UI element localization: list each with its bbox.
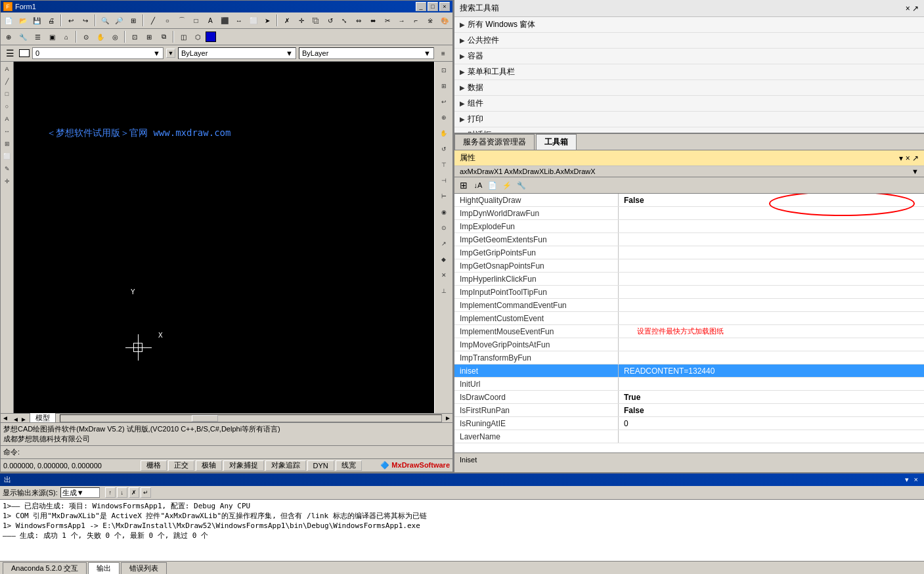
- zoom-extent-tool[interactable]: ⊞: [437, 79, 451, 93]
- tab-anaconda[interactable]: Anaconda 5.2.0 交互: [3, 562, 87, 574]
- layers-toggle-button[interactable]: ☰: [3, 47, 16, 60]
- layer-select[interactable]: 0 ▼: [32, 47, 164, 59]
- zoom-extent-button[interactable]: ⊞: [127, 14, 140, 27]
- misc1-button[interactable]: ⊡: [128, 30, 141, 43]
- dyn-button[interactable]: DYN: [307, 460, 334, 471]
- redo-button[interactable]: ↪: [79, 14, 92, 27]
- props-event-btn[interactable]: ⚡: [500, 179, 514, 192]
- cat-component-header[interactable]: ▶ 组件: [454, 96, 924, 111]
- snap-end-tool[interactable]: ↗: [437, 236, 451, 251]
- new-button[interactable]: 📄: [2, 14, 15, 27]
- modify-tool[interactable]: ✛: [1, 175, 13, 187]
- props-alpha-btn[interactable]: ↓A: [472, 179, 485, 192]
- prop-value[interactable]: [619, 259, 924, 272]
- snap-center-tool[interactable]: ⊙: [437, 221, 451, 235]
- pan-button[interactable]: ✋: [94, 30, 107, 43]
- explode-button[interactable]: ※: [424, 14, 437, 27]
- model-tab[interactable]: 模型: [30, 412, 56, 423]
- offset-button[interactable]: ⬌: [366, 14, 380, 27]
- cat-menu-header[interactable]: ▶ 菜单和工具栏: [454, 64, 924, 79]
- props-cat-btn[interactable]: ⊞: [457, 179, 470, 192]
- insert-button[interactable]: ➤: [261, 14, 275, 27]
- misc2-button[interactable]: ⊞: [143, 30, 156, 43]
- draw-line-tool[interactable]: ╱: [1, 76, 13, 87]
- properties2-button[interactable]: 🔧: [16, 30, 30, 43]
- erase-button[interactable]: ✗: [280, 14, 294, 27]
- dim-button[interactable]: ↔: [232, 14, 246, 27]
- close-button[interactable]: ×: [439, 2, 450, 11]
- cat-print-header[interactable]: ▶ 打印: [454, 112, 924, 127]
- prop-value[interactable]: [619, 220, 924, 232]
- lweight-button[interactable]: 线宽: [336, 460, 362, 471]
- scroll-right-arrow[interactable]: ►: [20, 416, 27, 423]
- snap-mid-tool[interactable]: ◆: [437, 252, 451, 267]
- fillet-button[interactable]: ⌐: [410, 14, 423, 27]
- view-top-tool[interactable]: ⊤: [437, 158, 451, 172]
- open-button[interactable]: 📂: [16, 14, 30, 27]
- view-3d-tool[interactable]: ◉: [437, 205, 451, 219]
- block-button[interactable]: ⬜: [247, 14, 260, 27]
- print-button[interactable]: 🖨: [45, 14, 58, 27]
- snap-button[interactable]: ⊕: [2, 30, 15, 43]
- color-picker-button[interactable]: 🎨: [438, 14, 451, 27]
- snap-int-tool[interactable]: ✕: [437, 268, 451, 282]
- hatch-button[interactable]: ⬛: [218, 14, 231, 27]
- polar-button[interactable]: 极轴: [196, 460, 222, 471]
- draw-circle-tool[interactable]: ○: [1, 100, 13, 112]
- view-front-tool[interactable]: ⊣: [437, 173, 451, 188]
- cat-container-header[interactable]: ▶ 容器: [454, 49, 924, 64]
- linetype-select[interactable]: ByLayer ▼: [299, 47, 434, 59]
- rect-button[interactable]: □: [190, 14, 203, 27]
- output-wrap-btn[interactable]: ↵: [141, 487, 151, 498]
- zoom-window-tool[interactable]: ⊡: [437, 63, 451, 77]
- prop-value[interactable]: [619, 273, 924, 285]
- select-tool[interactable]: A: [1, 63, 13, 75]
- prop-value[interactable]: [619, 286, 924, 298]
- draw-rect-tool[interactable]: □: [1, 88, 13, 100]
- otrack-button[interactable]: 对象追踪: [265, 460, 306, 471]
- scroll-left-arrow[interactable]: ◄: [12, 416, 19, 423]
- output-scroll-down[interactable]: ↓: [117, 487, 127, 498]
- prop-value[interactable]: False: [619, 194, 924, 206]
- tool1-button[interactable]: ⌂: [60, 30, 73, 43]
- zoom-in-button[interactable]: 🔍: [99, 14, 112, 27]
- restore-button[interactable]: □: [428, 2, 438, 11]
- osnap-button[interactable]: 对象捕捉: [223, 460, 264, 471]
- layer-btn[interactable]: ▼: [166, 49, 175, 58]
- h-scroll-track[interactable]: [60, 414, 442, 422]
- output-clear-btn[interactable]: ✗: [129, 487, 139, 498]
- layers-button[interactable]: ☰: [31, 30, 44, 43]
- copy-button[interactable]: ⿻: [309, 14, 322, 27]
- prop-value[interactable]: [619, 207, 924, 219]
- hatch-tool[interactable]: ⬜: [1, 150, 13, 162]
- rotate-button[interactable]: ↺: [324, 14, 337, 27]
- prop-value[interactable]: 设置控件最快方式加载图纸: [619, 325, 924, 338]
- prop-value[interactable]: [619, 351, 924, 364]
- prop-value[interactable]: [619, 233, 924, 246]
- cat-all-windows-header[interactable]: ▶ 所有 Windows 窗体: [454, 17, 924, 32]
- circle-button[interactable]: ○: [161, 14, 174, 27]
- tab-toolbox[interactable]: 工具箱: [536, 134, 577, 150]
- table-tool[interactable]: ⊞: [1, 138, 13, 150]
- minimize-button[interactable]: _: [416, 2, 426, 11]
- output-pin-btn[interactable]: ▾: [903, 475, 911, 484]
- arc-button[interactable]: ⌒: [175, 14, 188, 27]
- view-right-tool[interactable]: ⊢: [437, 189, 451, 204]
- props-search-btn[interactable]: 🔧: [515, 179, 528, 192]
- prop-value[interactable]: False: [619, 404, 924, 416]
- undo-button[interactable]: ↩: [64, 14, 77, 27]
- 3d-button[interactable]: ◫: [177, 30, 190, 43]
- dropdown-arrow-icon[interactable]: ▼: [912, 167, 919, 175]
- cat-common-header[interactable]: ▶ 公共控件: [454, 33, 924, 48]
- save-button[interactable]: 💾: [31, 14, 44, 27]
- color2-button[interactable]: [206, 32, 216, 42]
- text-button[interactable]: A: [204, 14, 217, 27]
- prop-value[interactable]: [619, 246, 924, 259]
- grid-button[interactable]: 栅格: [141, 460, 167, 471]
- dimension-tool[interactable]: ↔: [1, 125, 13, 137]
- prop-value[interactable]: 0: [619, 417, 924, 430]
- h-scroll-left[interactable]: ◄: [1, 414, 10, 423]
- props-page-btn[interactable]: 📄: [486, 179, 499, 192]
- annotate-tool[interactable]: A: [1, 113, 13, 125]
- ortho-button[interactable]: 正交: [168, 460, 194, 471]
